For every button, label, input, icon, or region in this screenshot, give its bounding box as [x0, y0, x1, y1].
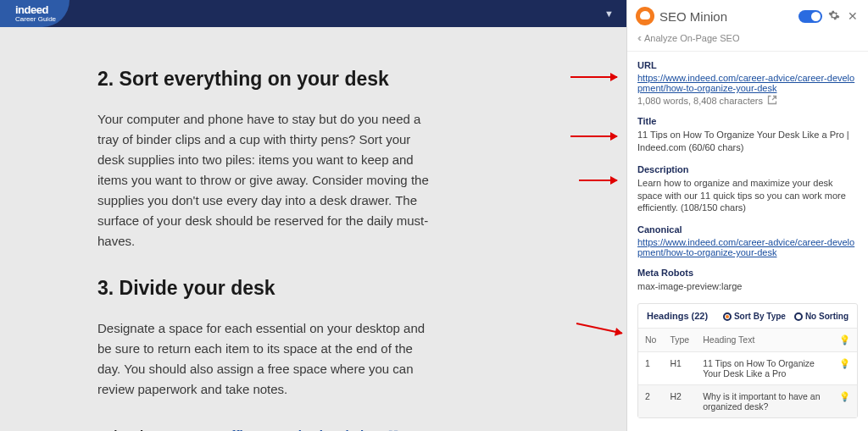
- close-icon[interactable]: ✕: [846, 9, 860, 23]
- caret-down-icon[interactable]: ▼: [604, 8, 614, 19]
- article-paragraph: Your computer and phone have to stay but…: [97, 109, 437, 251]
- title-label: Title: [637, 116, 858, 126]
- related-line: Related: Best Home Office Organizational…: [97, 425, 437, 431]
- indeed-logo-text: indeed: [15, 4, 56, 15]
- lightbulb-icon[interactable]: 💡: [839, 391, 850, 401]
- col-type: Type: [663, 329, 696, 352]
- col-text: Heading Text: [696, 329, 832, 352]
- article-heading-2: 2. Sort everything on your desk: [97, 68, 525, 91]
- panel-title: SEO Minion: [659, 9, 793, 24]
- url-section: URL https://www.indeed.com/career-advice…: [637, 60, 858, 106]
- seo-minion-panel: SEO Minion ✕ ‹‹ Analyze On-Page SEO URL …: [626, 0, 868, 431]
- panel-scroll[interactable]: URL https://www.indeed.com/career-advice…: [627, 52, 868, 431]
- external-link-icon[interactable]: [767, 95, 777, 105]
- panel-toggle[interactable]: [798, 10, 822, 23]
- canonical-link[interactable]: https://www.indeed.com/career-advice/car…: [637, 237, 854, 257]
- sort-radio-group: Sort By Type No Sorting: [723, 312, 849, 321]
- breadcrumb[interactable]: ‹‹ Analyze On-Page SEO: [627, 30, 868, 52]
- table-row[interactable]: 2 H2 Why is it important to have an orga…: [638, 385, 857, 418]
- title-body: 11 Tips on How To Organize Your Desk Lik…: [637, 129, 858, 154]
- description-body: Learn how to organize and maximize your …: [637, 177, 858, 215]
- canonical-label: Canonical: [637, 224, 858, 235]
- chevron-left-icon: ‹‹: [637, 32, 639, 44]
- title-section: Title 11 Tips on How To Organize Your De…: [637, 116, 858, 154]
- article-heading-3: 3. Divide your desk: [97, 277, 525, 300]
- url-link[interactable]: https://www.indeed.com/career-advice/car…: [637, 73, 854, 93]
- url-label: URL: [637, 60, 858, 70]
- col-bulb: 💡: [832, 329, 857, 352]
- table-row[interactable]: 1 H1 11 Tips on How To Organize Your Des…: [638, 352, 857, 385]
- seo-minion-logo-icon: [636, 7, 654, 25]
- lightbulb-icon[interactable]: 💡: [839, 358, 850, 368]
- lightbulb-icon[interactable]: 💡: [839, 334, 850, 345]
- url-stats: 1,080 words, 8,408 characters: [637, 95, 858, 106]
- description-label: Description: [637, 164, 858, 174]
- col-no: No: [638, 329, 663, 352]
- article-paragraph: Designate a space for each essential on …: [97, 318, 437, 400]
- meta-robots-body: max-image-preview:large: [637, 280, 858, 293]
- breadcrumb-label: Analyze On-Page SEO: [644, 33, 740, 43]
- related-label: Related:: [97, 428, 151, 431]
- canonical-section: Canonical https://www.indeed.com/career-…: [637, 224, 858, 257]
- radio-icon: [794, 312, 803, 321]
- indeed-logo-badge[interactable]: indeed Career Guide: [0, 0, 70, 27]
- article-content: 2. Sort everything on your desk Your com…: [0, 27, 626, 431]
- no-sorting-radio[interactable]: No Sorting: [794, 312, 849, 321]
- annotation-arrow: [579, 180, 617, 181]
- meta-robots-label: Meta Robots: [637, 268, 858, 278]
- panel-header: SEO Minion ✕: [627, 0, 868, 30]
- headings-table: No Type Heading Text 💡 1 H1 11 Tips on H…: [638, 328, 857, 417]
- radio-selected-icon: [723, 312, 732, 321]
- gear-icon[interactable]: [827, 9, 841, 24]
- sort-by-type-radio[interactable]: Sort By Type: [723, 312, 786, 321]
- meta-robots-section: Meta Robots max-image-preview:large: [637, 268, 858, 293]
- indeed-logo-sub: Career Guide: [15, 16, 56, 23]
- headings-header: Headings (22) Sort By Type No Sorting: [638, 304, 857, 328]
- headings-title: Headings (22): [647, 311, 713, 321]
- annotation-arrow: [570, 135, 617, 137]
- description-section: Description Learn how to organize and ma…: [637, 164, 858, 215]
- headings-block: Headings (22) Sort By Type No Sorting No…: [637, 303, 858, 418]
- related-link[interactable]: Best Home Office Organizational Ideas: [151, 428, 398, 431]
- annotation-arrow: [570, 76, 617, 78]
